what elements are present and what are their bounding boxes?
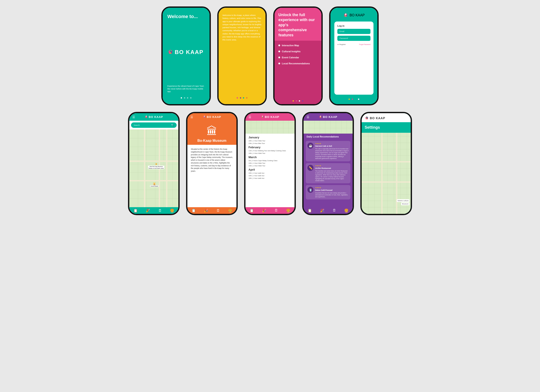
menu-icon-recs[interactable]: ☰ <box>307 115 309 119</box>
row-1: Welcome to... BO KAAP Experience the vib… <box>6 6 534 106</box>
menu-icon[interactable]: ☰ <box>132 115 135 119</box>
footer-events-icon[interactable]: 🎉 <box>204 208 208 213</box>
rec-icon-urchin: ✏️ <box>307 165 314 171</box>
map-label-museum: Museum <box>401 202 410 205</box>
recs-logo: BO KAAP <box>319 115 337 119</box>
footer-calendar-icon[interactable]: 🗓 <box>275 208 278 213</box>
recs-section-header: Daily Local Recomendations <box>304 134 353 140</box>
search-placeholder: Search <box>134 124 140 126</box>
rec-stars-detox: ★★★★ <box>315 187 349 189</box>
welcome-logo-area: BO KAAP <box>167 49 205 55</box>
footer-events-icon[interactable]: 🎉 <box>146 208 150 213</box>
footer-food-icon[interactable]: 🍔 <box>344 208 349 213</box>
dot-3 <box>243 97 244 99</box>
feature-cultural-insights: Cultural Insights <box>278 50 318 53</box>
map-footer: 📋 🎉 🗓 🍔 <box>129 207 178 214</box>
footer-calendar-icon[interactable]: 🗓 <box>333 208 336 213</box>
footer-map-icon[interactable]: 📋 <box>250 208 254 213</box>
footer-food-icon[interactable]: 🍔 <box>228 208 232 213</box>
rec-icon-detox: 🥤 <box>307 187 314 193</box>
recs-logo-text: BO KAAP <box>323 115 337 119</box>
map-background: ★ Iziko Bo-Kaap Museum Displays on local… <box>129 130 178 207</box>
pin-label-masjid: Auwal Masjid <box>150 185 159 187</box>
footer-food-icon[interactable]: 🍔 <box>170 208 174 213</box>
dot-1 <box>237 97 238 99</box>
gem-icon-recs <box>319 115 322 119</box>
footer-map-icon[interactable]: 📋 <box>133 208 138 213</box>
login-form: Log in or Register Forgot Password <box>334 21 374 95</box>
events-header: ☰ BO KAAP <box>245 113 295 121</box>
map-label-culture: Islamic culture <box>397 199 410 202</box>
or-register[interactable]: or Register <box>337 43 346 45</box>
pin-icon-museum: ★ <box>148 162 165 166</box>
footer-events-icon[interactable]: 🎉 <box>262 208 266 213</box>
settings-map: Museum Islamic culture <box>362 133 411 214</box>
footer-calendar-icon[interactable]: 🗓 <box>158 209 162 213</box>
rec-stars-urchin: ★★★★ <box>315 165 349 167</box>
phone-description: Welcome to Bo-Kaap, a place where histor… <box>217 6 267 106</box>
road-v1 <box>144 130 145 207</box>
recs-map-preview <box>304 121 353 134</box>
cultural-logo: BO KAAP <box>203 115 221 119</box>
pink-dots <box>275 97 321 104</box>
yellow-dots <box>222 95 262 100</box>
phone-recommendations: ☰ BO KAAP Daily Local Recomendations <box>302 112 354 215</box>
welcome-logo-text: BO KAAP <box>175 49 204 55</box>
events-content: January 16th | 1 Hour Walk Tour 23th | 3… <box>245 134 295 207</box>
phone-features: Unlock the full experience with our app'… <box>273 6 323 106</box>
road-h1 <box>129 161 178 162</box>
rec-card-harvest: ☕ ★★★★ Harvest Cafe & Deli The cafe is e… <box>306 141 350 161</box>
login-logo-text: BO KAAP <box>350 13 365 17</box>
search-icon[interactable]: 🔍 <box>171 124 174 126</box>
map-pin-masjid[interactable]: 🕌 Auwal Masjid <box>150 182 159 187</box>
event-mar-2: 10th | 1 Hour Walk Tour <box>249 162 291 164</box>
login-bottom: or Register Forgot Password <box>337 43 370 45</box>
dot-3 <box>355 99 356 100</box>
rec-info-detox: ★★★★ Detox Cold Pressed Smoothies that a… <box>315 187 349 198</box>
map-area[interactable]: ★ Iziko Bo-Kaap Museum Displays on local… <box>129 130 178 207</box>
menu-icon-events[interactable]: ☰ <box>249 115 251 119</box>
settings-logo-area: BO KAAP <box>362 113 411 122</box>
feature-interactive-map: Interactive Map <box>278 44 318 47</box>
gem-icon <box>167 49 173 55</box>
dot-2 <box>296 100 297 101</box>
rec-desc-urchin: The inventive and varied menu at Urchin … <box>315 170 349 182</box>
dot-1 <box>293 100 294 101</box>
map-search-bar[interactable]: Search 🔍 <box>131 122 177 128</box>
menu-icon-cultural[interactable]: ☰ <box>190 115 193 119</box>
rec-card-detox: 🥤 ★★★★ Detox Cold Pressed Smoothies that… <box>306 185 350 199</box>
footer-map-icon[interactable]: 📋 <box>308 208 312 213</box>
footer-map-icon[interactable]: 📋 <box>191 208 196 213</box>
welcome-title: Welcome to... <box>167 14 205 19</box>
map-pin-museum[interactable]: ★ Iziko Bo-Kaap Museum Displays on local… <box>148 162 165 169</box>
dot-2 <box>240 97 241 99</box>
settings-title: Settings <box>365 125 408 130</box>
event-mar-3: 15th | 1 Hour Walk Tour <box>249 165 291 167</box>
phone-login: BO KAAP Log in or Register Forgot Passwo… <box>329 6 379 106</box>
event-feb-2: 18th | 1 Hour Walk Tour <box>249 152 291 154</box>
email-field[interactable] <box>337 29 370 34</box>
features-list: Interactive Map Cultural Insights Event … <box>275 41 321 97</box>
month-april: April <box>249 168 291 171</box>
rec-info-urchin: ★★★★ Urchin Restaurant The inventive and… <box>315 165 349 182</box>
feature-dot <box>278 57 280 58</box>
dot-3 <box>187 97 188 99</box>
event-jan-2: 23th | 3 Hour Bike Tour <box>249 142 291 144</box>
footer-food-icon[interactable]: 🍔 <box>286 208 290 213</box>
events-map-preview <box>245 121 295 134</box>
dot-4 <box>190 97 191 99</box>
events-logo-text: BO KAAP <box>265 115 279 119</box>
rec-card-urchin: ✏️ ★★★★ Urchin Restaurant The inventive … <box>306 163 350 184</box>
footer-calendar-icon[interactable]: 🗓 <box>216 209 220 213</box>
event-jan-1: 16th | 1 Hour Walk Tour <box>249 140 291 142</box>
footer-events-icon[interactable]: 🎉 <box>320 208 325 213</box>
screen-settings: BO KAAP Settings Museum Islamic culture <box>362 113 411 214</box>
settings-logo-text: BO KAAP <box>370 116 385 120</box>
password-field[interactable] <box>337 36 370 41</box>
rec-name-urchin: Urchin Restaurant <box>315 167 349 169</box>
forgot-password[interactable]: Forgot Password <box>359 44 370 45</box>
feature-local-recommendations: Local Recommendations <box>278 62 318 65</box>
cultural-description: Situated at the center of the historic B… <box>187 145 236 207</box>
cultural-header: ☰ BO KAAP <box>187 113 236 121</box>
screen-events: ☰ BO KAAP January 16th | 1 Hour Walk Tou… <box>245 113 295 214</box>
